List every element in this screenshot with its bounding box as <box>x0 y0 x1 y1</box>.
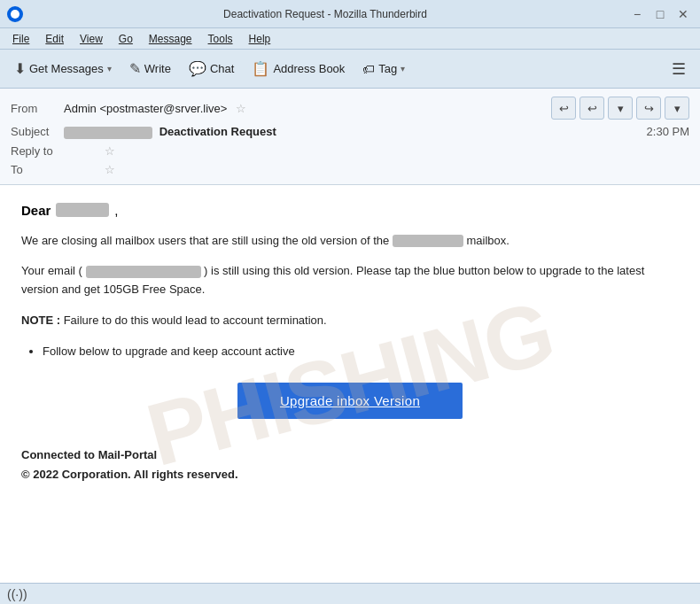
menu-view[interactable]: View <box>73 31 110 47</box>
to-label: To <box>11 163 64 176</box>
to-star-icon[interactable]: ☆ <box>105 163 115 176</box>
subject-prefix-blur <box>64 127 152 139</box>
get-messages-label: Get Messages <box>29 62 104 75</box>
to-row: To ☆ <box>11 160 689 179</box>
title-bar: Deactivation Request - Mozilla Thunderbi… <box>0 0 700 28</box>
note-label: NOTE : <box>21 314 60 327</box>
greeting-comma: , <box>114 203 118 218</box>
write-button[interactable]: ✎ Write <box>122 54 178 84</box>
reply-to-star-icon[interactable]: ☆ <box>105 144 115 158</box>
forward-button[interactable]: ↪ <box>636 97 661 120</box>
list-item: Follow below to upgrade and keep account… <box>43 343 679 361</box>
subject-value: Deactivation Request <box>64 125 647 139</box>
from-star-icon[interactable]: ☆ <box>236 102 246 115</box>
reply-to-label: Reply to <box>11 144 64 158</box>
subject-label: Subject <box>11 125 64 138</box>
email-para-2: Your email ( ) is still using this old v… <box>21 262 679 299</box>
window-title: Deactivation Request - Mozilla Thunderbi… <box>23 8 627 20</box>
window-controls: − □ ✕ <box>627 4 693 24</box>
email-time: 2:30 PM <box>647 125 689 138</box>
toolbar: ⬇ Get Messages ▾ ✎ Write 💬 Chat 📋 Addres… <box>0 50 700 89</box>
tag-icon: 🏷 <box>362 62 375 76</box>
tag-arrow: ▾ <box>401 64 405 74</box>
from-value: Admin <postmaster@srver.live> <box>64 102 227 115</box>
status-bar: ((·)) <box>0 583 700 604</box>
email-note: NOTE : Failure to do this would lead to … <box>21 312 679 330</box>
greeting-name-blur <box>56 203 109 217</box>
reply-to-blur <box>64 144 99 158</box>
from-info: Admin <postmaster@srver.live> ☆ <box>64 102 551 115</box>
email-greeting: Dear , <box>21 203 679 218</box>
get-messages-button[interactable]: ⬇ Get Messages ▾ <box>7 54 119 84</box>
minimize-button[interactable]: − <box>627 4 647 24</box>
menu-tools[interactable]: Tools <box>201 31 240 47</box>
email-header: From Admin <postmaster@srver.live> ☆ ↩ ↩… <box>0 89 700 185</box>
tag-label: Tag <box>378 62 397 75</box>
list-item-text: Follow below to upgrade and keep account… <box>43 345 295 358</box>
email-action-buttons: ↩ ↩ ▾ ↪ ▾ <box>551 97 689 120</box>
app-logo <box>7 6 23 22</box>
chat-button[interactable]: 💬 Chat <box>182 54 241 84</box>
subject-row: Subject Deactivation Request 2:30 PM <box>11 122 689 142</box>
address-book-button[interactable]: 📋 Address Book <box>245 54 352 84</box>
footer-line-1: Connected to Mail-Portal <box>21 445 679 465</box>
company-blur <box>393 235 463 247</box>
menu-help[interactable]: Help <box>242 31 278 47</box>
upgrade-btn-container: Upgrade inbox Version <box>21 383 679 419</box>
subject-main: Deactivation Request <box>159 125 276 138</box>
chat-label: Chat <box>210 62 234 75</box>
menu-go[interactable]: Go <box>112 31 140 47</box>
email-body: PHISHING Dear , We are closing all mailb… <box>0 185 700 583</box>
email-blur <box>86 266 201 278</box>
get-messages-icon: ⬇ <box>14 60 26 77</box>
greeting-text: Dear <box>21 203 51 218</box>
email-footer: Connected to Mail-Portal © 2022 Corporat… <box>21 445 679 484</box>
get-messages-arrow: ▾ <box>107 64 112 74</box>
menu-message[interactable]: Message <box>142 31 199 47</box>
maximize-button[interactable]: □ <box>650 4 670 24</box>
upgrade-inbox-button[interactable]: Upgrade inbox Version <box>237 383 463 419</box>
from-label: From <box>11 102 64 115</box>
menu-file[interactable]: File <box>5 31 36 47</box>
reply-back-button[interactable]: ↩ <box>551 97 576 120</box>
reply-button[interactable]: ↩ <box>579 97 604 120</box>
menu-bar: File Edit View Go Message Tools Help <box>0 28 700 50</box>
hamburger-menu-button[interactable]: ☰ <box>665 56 693 82</box>
to-blur <box>64 163 99 176</box>
email-para-1: We are closing all mailbox users that ar… <box>21 232 679 251</box>
email-list: Follow below to upgrade and keep account… <box>43 343 679 361</box>
menu-edit[interactable]: Edit <box>38 31 71 47</box>
from-row: From Admin <postmaster@srver.live> ☆ ↩ ↩… <box>11 94 689 122</box>
address-book-label: Address Book <box>273 62 345 75</box>
write-label: Write <box>144 62 171 75</box>
chat-icon: 💬 <box>189 60 206 77</box>
close-button[interactable]: ✕ <box>673 4 693 24</box>
reply-to-row: Reply to ☆ <box>11 142 689 160</box>
tag-button[interactable]: 🏷 Tag ▾ <box>355 54 412 84</box>
address-book-icon: 📋 <box>252 60 269 77</box>
reply-dropdown-button[interactable]: ▾ <box>608 97 633 120</box>
connection-status-icon: ((·)) <box>7 587 27 601</box>
forward-dropdown-button[interactable]: ▾ <box>665 97 689 120</box>
write-icon: ✎ <box>129 60 141 77</box>
footer-line-2: © 2022 Corporation. All rights reserved. <box>21 465 679 484</box>
